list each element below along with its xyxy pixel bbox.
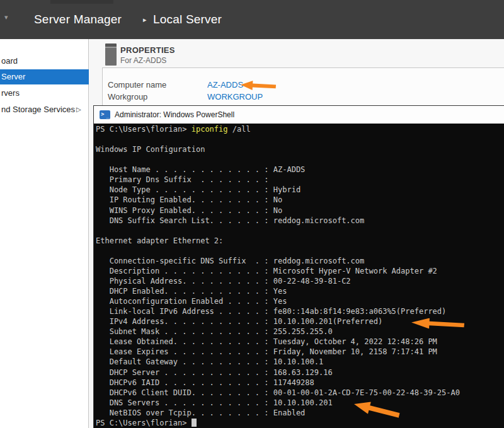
breadcrumb-local-server[interactable]: Local Server xyxy=(153,13,222,26)
terminal-output-line: Lease Obtained. . . . . . . . . . : Tues… xyxy=(96,337,504,347)
workgroup-label: Workgroup xyxy=(108,92,147,101)
terminal-output-line: DNS Servers . . . . . . . . . . . : 10.1… xyxy=(96,398,504,408)
terminal-output-line: Primary Dns Suffix . . . . . . . : xyxy=(96,175,504,185)
terminal[interactable]: PS C:\Users\florian> ipconfig/all Window… xyxy=(94,124,504,428)
terminal-output-line xyxy=(96,134,504,144)
terminal-output-line: IP Routing Enabled. . . . . . . . : No xyxy=(96,195,504,205)
terminal-output-line: Connection-specific DNS Suffix . : reddo… xyxy=(96,256,504,266)
annotation-arrow-computer-name xyxy=(241,80,277,91)
terminal-output-line: NetBIOS over Tcpip. . . . . . . . : Enab… xyxy=(96,408,504,418)
terminal-output-line: DHCPv6 IAID . . . . . . . . . . . : 1174… xyxy=(96,378,504,388)
property-row-workgroup: Workgroup WORKGROUP xyxy=(108,92,147,103)
powershell-icon-underscore-glyph: _ xyxy=(106,115,109,119)
chevron-down-icon[interactable]: ▾ xyxy=(4,14,8,21)
terminal-output-line: DHCPv6 Client DUID. . . . . . . . : 00-0… xyxy=(96,388,504,398)
powershell-title-bar[interactable]: > _ Administrator: Windows PowerShell xyxy=(94,106,504,124)
breadcrumb-server-manager[interactable]: Server Manager xyxy=(34,13,122,26)
sidebar-item-file-storage-services[interactable]: nd Storage Services ▷ xyxy=(0,102,89,117)
workgroup-link[interactable]: WORKGROUP xyxy=(207,92,263,101)
terminal-final-prompt-line: PS C:\Users\florian> xyxy=(96,418,504,428)
terminal-prompt: PS C:\Users\florian> xyxy=(96,419,192,427)
terminal-output-line: Link-local IPv6 Address . . . . . : fe80… xyxy=(96,306,504,316)
terminal-prompt: PS C:\Users\florian> xyxy=(96,125,192,134)
terminal-output-line: Description . . . . . . . . . . . : Micr… xyxy=(96,266,504,276)
sidebar-item-dashboard[interactable]: oard xyxy=(0,54,89,69)
terminal-output-line: Windows IP Configuration xyxy=(96,144,504,154)
powershell-icon-prompt-glyph: > xyxy=(100,110,105,118)
powershell-window-title: Administrator: Windows PowerShell xyxy=(115,110,234,119)
terminal-output-line: Lease Expires . . . . . . . . . . : Frid… xyxy=(96,347,504,357)
sidebar-item-local-server[interactable]: Server xyxy=(0,69,89,84)
terminal-output-line: WINS Proxy Enabled. . . . . . . . : No xyxy=(96,205,504,216)
terminal-output-line: Physical Address. . . . . . . . . : 00-2… xyxy=(96,276,504,286)
sidebar-item-all-servers[interactable]: rvers xyxy=(0,86,89,101)
properties-heading: PROPERTIES xyxy=(120,45,175,55)
server-manager-window: ▾ Server Manager ▸ Local Server oard Ser… xyxy=(0,0,504,428)
chevron-right-icon: ▷ xyxy=(76,102,81,117)
terminal-output-line: DHCP Enabled. . . . . . . . . . . : Yes xyxy=(96,286,504,296)
powershell-icon: > _ xyxy=(100,110,110,119)
terminal-output-line: Node Type . . . . . . . . . . . . : Hybr… xyxy=(96,185,504,195)
terminal-output-line: DNS Suffix Search List. . . . . . : redd… xyxy=(96,216,504,226)
property-row-computer-name: Computer name AZ-ADDS xyxy=(108,80,166,91)
app-top-bar: ▾ Server Manager ▸ Local Server xyxy=(0,0,504,39)
terminal-output-line xyxy=(96,154,504,165)
breadcrumb-separator-icon: ▸ xyxy=(143,16,147,24)
sidebar-nav: oard Server rvers nd Storage Services ▷ xyxy=(0,39,89,428)
terminal-output-line: DHCP Server . . . . . . . . . . . : 168.… xyxy=(96,367,504,378)
computer-name-link[interactable]: AZ-ADDS xyxy=(207,80,243,90)
terminal-output: Windows IP Configuration Host Name . . .… xyxy=(96,134,504,418)
terminal-output-line: Ethernet adapter Ethernet 2: xyxy=(96,236,504,246)
terminal-output-line xyxy=(96,246,504,256)
terminal-output-line xyxy=(96,226,504,236)
terminal-output-line: Host Name . . . . . . . . . . . . : AZ-A… xyxy=(96,165,504,175)
terminal-typed-command: ipconfig xyxy=(192,125,228,134)
computer-name-label: Computer name xyxy=(108,80,166,90)
terminal-command-argument: /all xyxy=(232,125,251,134)
properties-server-icon xyxy=(105,43,117,66)
powershell-window: > _ Administrator: Windows PowerShell PS… xyxy=(93,105,504,428)
terminal-output-line: Default Gateway . . . . . . . . . : 10.1… xyxy=(96,357,504,367)
terminal-command-line: PS C:\Users\florian> ipconfig/all xyxy=(96,124,504,134)
properties-subheading: For AZ-ADDS xyxy=(120,56,166,65)
terminal-cursor xyxy=(192,419,197,427)
terminal-output-line: Autoconfiguration Enabled . . . . : Yes xyxy=(96,296,504,306)
sidebar-item-label: nd Storage Services xyxy=(1,105,75,114)
window-edge-artifact xyxy=(50,0,113,4)
